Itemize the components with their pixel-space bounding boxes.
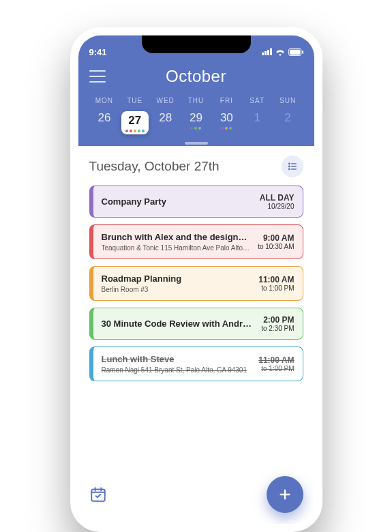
event-time: 9:00 AMto 10:30 AM bbox=[258, 233, 294, 250]
svg-rect-9 bbox=[91, 489, 105, 501]
cellular-icon bbox=[262, 48, 272, 55]
device-notch bbox=[142, 35, 251, 53]
event-list: Company PartyALL DAY10/29/20Brunch with … bbox=[89, 186, 303, 381]
svg-point-3 bbox=[288, 163, 290, 164]
event-time: 2:00 PMto 2:30 PM bbox=[261, 315, 294, 332]
date-cell[interactable]: 27 bbox=[119, 107, 150, 136]
event-dots bbox=[150, 127, 181, 130]
weekday-label: SAT bbox=[242, 97, 273, 104]
event-title: Lunch with Steve bbox=[102, 354, 252, 364]
event-time: ALL DAY10/29/20 bbox=[260, 193, 295, 210]
date-cell[interactable]: 30 bbox=[211, 107, 242, 136]
event-time: 11:00 AMto 1:00 PM bbox=[258, 355, 294, 372]
phone-frame: 9:41 October MONTUEWEDTHUFRISATSUN 26272… bbox=[70, 27, 322, 532]
event-card[interactable]: Roadmap PlanningBerlin Room #311:00 AMto… bbox=[89, 266, 303, 301]
date-cell[interactable]: 29 bbox=[181, 107, 211, 136]
weekday-label: MON bbox=[89, 97, 120, 104]
status-indicators bbox=[262, 48, 303, 56]
status-time: 9:41 bbox=[89, 47, 107, 57]
weekday-label: FRI bbox=[211, 97, 242, 104]
plus-icon bbox=[277, 487, 292, 502]
date-cell[interactable]: 1 bbox=[242, 107, 273, 136]
calendar-check-icon bbox=[89, 486, 107, 503]
event-time: 11:00 AMto 1:00 PM bbox=[258, 275, 294, 292]
event-title: Brunch with Alex and the design… bbox=[102, 232, 252, 242]
event-dots bbox=[181, 127, 211, 130]
weekday-row: MONTUEWEDTHUFRISATSUN bbox=[89, 97, 303, 104]
event-title: Company Party bbox=[102, 196, 253, 207]
svg-rect-1 bbox=[289, 49, 300, 54]
date-cell[interactable]: 26 bbox=[89, 107, 120, 136]
event-card[interactable]: Brunch with Alex and the design…Teaquati… bbox=[89, 224, 303, 259]
battery-icon bbox=[288, 48, 303, 56]
event-card[interactable]: Company PartyALL DAY10/29/20 bbox=[89, 186, 303, 218]
event-title: Roadmap Planning bbox=[102, 274, 252, 284]
date-number: 30 bbox=[211, 111, 242, 125]
date-cell[interactable]: 28 bbox=[150, 107, 181, 136]
event-dots bbox=[125, 130, 145, 133]
day-title: Tuesday, October 27th bbox=[89, 159, 220, 174]
weekday-label: TUE bbox=[119, 97, 150, 104]
today-button[interactable] bbox=[89, 486, 107, 503]
event-card[interactable]: Lunch with SteveRamen Nagi 541 Bryant St… bbox=[89, 346, 303, 381]
event-title: 30 Minute Code Review with Android Team bbox=[102, 319, 255, 329]
title-bar: October bbox=[89, 61, 303, 91]
date-number: 1 bbox=[242, 111, 273, 125]
date-cell[interactable]: 2 bbox=[273, 107, 303, 136]
weekday-label: THU bbox=[181, 97, 211, 104]
list-icon bbox=[287, 161, 298, 172]
event-location: Berlin Room #3 bbox=[102, 286, 252, 293]
date-number: 28 bbox=[150, 111, 181, 125]
weekday-label: SUN bbox=[273, 97, 303, 104]
date-number: 26 bbox=[89, 111, 120, 125]
drag-handle[interactable] bbox=[185, 142, 208, 145]
menu-button[interactable] bbox=[89, 70, 106, 83]
event-list-area: Tuesday, October 27th Company PartyALL D… bbox=[78, 146, 314, 443]
list-view-button[interactable] bbox=[282, 156, 303, 177]
event-dots bbox=[211, 127, 242, 130]
event-card[interactable]: 30 Minute Code Review with Android Team2… bbox=[89, 308, 303, 340]
weekday-label: WED bbox=[150, 97, 181, 104]
svg-point-5 bbox=[288, 166, 290, 167]
dates-row: 262728293012 bbox=[89, 107, 303, 146]
event-location: Teaquation & Tonic 115 Hamilton Ave Palo… bbox=[102, 244, 252, 252]
date-number: 2 bbox=[273, 111, 303, 125]
bottom-bar bbox=[89, 476, 303, 513]
event-dots bbox=[89, 127, 120, 130]
date-number: 27 bbox=[125, 114, 145, 128]
day-header: Tuesday, October 27th bbox=[89, 156, 303, 177]
svg-point-7 bbox=[288, 168, 290, 170]
add-event-button[interactable] bbox=[267, 476, 303, 513]
event-dots bbox=[242, 127, 273, 130]
wifi-icon bbox=[275, 48, 286, 56]
event-dots bbox=[273, 127, 303, 130]
svg-rect-2 bbox=[302, 50, 303, 54]
date-number: 29 bbox=[181, 111, 211, 125]
event-location: Ramen Nagi 541 Bryant St, Palo Alto, CA … bbox=[102, 366, 252, 374]
month-title[interactable]: October bbox=[166, 67, 226, 86]
